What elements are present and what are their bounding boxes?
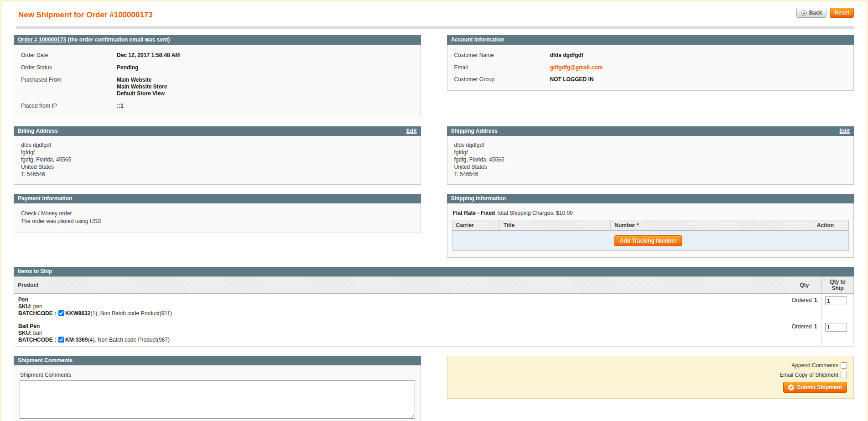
shipping-rate-detail: Total Shipping Charges: $10.00 — [495, 210, 573, 216]
back-arrow-icon: ◄ — [801, 10, 807, 16]
billing-edit-link[interactable]: Edit — [406, 128, 417, 134]
batchcode-checkbox[interactable] — [58, 337, 64, 343]
payment-info-header: Payment Information — [14, 194, 421, 203]
purchased-from-line: Main Website Store — [117, 83, 167, 90]
address-line: fgfdgf — [21, 149, 416, 156]
order-status-value: Pending — [117, 64, 138, 71]
shipping-edit-link[interactable]: Edit — [839, 128, 850, 134]
email-copy-row: Email Copy of Shipment — [780, 372, 847, 378]
tracking-col-carrier: Carrier — [452, 220, 499, 231]
payment-method: Check / Money order — [21, 210, 416, 218]
address-line: United States — [454, 163, 849, 171]
order-info-title: Order # 100000173 (the order confirmatio… — [18, 37, 170, 43]
address-line: fgfdgf — [454, 149, 849, 156]
customer-name-label: Customer Name — [454, 52, 550, 59]
tracking-table: Carrier Title Number * Action Add Tracki… — [452, 220, 849, 251]
shipment-comments-textarea[interactable] — [20, 380, 415, 419]
item-batchcode: BATCHCODE :KM-3369(4), Non Batch code Pr… — [18, 337, 783, 343]
batchcode-checkbox[interactable] — [58, 310, 64, 316]
order-number-link[interactable]: Order # 100000173 — [18, 36, 66, 43]
shipping-address-panel: Shipping Address Edit dfds dgdfgdf fgfdg… — [447, 126, 854, 185]
items-col-qty: Qty — [787, 277, 822, 294]
address-line: fgdfg, Florida, 45565 — [21, 156, 416, 163]
address-line: dfds dgdfgdf — [21, 141, 416, 149]
back-button-label: Back — [809, 10, 822, 16]
reset-button[interactable]: Reset — [830, 8, 854, 18]
content-area: New Shipment for Order #100000173 ◄ Back… — [2, 2, 866, 421]
placed-ip-label: Placed from IP — [21, 103, 117, 109]
customer-group-label: Customer Group — [454, 76, 550, 83]
item-qty-cell: Ordered1 — [787, 294, 822, 320]
shipping-info-panel: Shipping Information Flat Rate - Fixed T… — [447, 194, 854, 258]
address-line: dfds dgdfgdf — [454, 141, 849, 149]
shipment-comments-title: Shipment Comments — [18, 358, 73, 364]
submit-section: Append Comments Email Copy of Shipment ✔… — [447, 356, 854, 421]
customer-email-label: Email — [454, 64, 550, 71]
header-buttons: ◄ Back Reset — [796, 8, 854, 18]
customer-group-value: NOT LOGGED IN — [550, 76, 594, 83]
item-sku: SKU: pen — [18, 303, 783, 310]
tracking-title-cell — [499, 231, 610, 251]
payment-info-content: Check / Money order The order was placed… — [14, 203, 421, 233]
order-date-label: Order Date — [21, 52, 117, 59]
items-panel: Items to Ship Product Qty Qty to Ship Pe… — [14, 267, 854, 347]
qty-to-ship-input[interactable] — [825, 296, 847, 305]
purchased-from-line: Main Website — [117, 77, 167, 83]
shipping-info-title: Shipping Information — [451, 196, 506, 202]
placed-ip-value: ::1 — [117, 103, 124, 109]
qty-to-ship-input[interactable] — [825, 323, 847, 332]
ordered-label: Ordered — [792, 297, 812, 303]
ordered-qty: 1 — [814, 297, 817, 303]
billing-address-content: dfds dgdfgdf fgfdgf fgdfg, Florida, 4556… — [14, 136, 421, 185]
account-info-title: Account Information — [451, 37, 504, 43]
item-product-cell: Ball Pen SKU: ball BATCHCODE :KM-3369(4)… — [14, 320, 787, 347]
item-row: Pen SKU: pen BATCHCODE :KKW9632(1), Non … — [14, 294, 854, 320]
required-mark: * — [637, 222, 639, 229]
order-info-panel: Order # 100000173 (the order confirmatio… — [14, 35, 421, 117]
items-table: Product Qty Qty to Ship Pen SKU: pen BAT… — [14, 276, 854, 347]
item-row: Ball Pen SKU: ball BATCHCODE :KM-3369(4)… — [14, 320, 854, 347]
items-col-qty-to-ship: Qty to Ship — [822, 277, 854, 294]
address-line: T: 546546 — [454, 171, 849, 178]
email-copy-label: Email Copy of Shipment — [780, 372, 838, 378]
append-comments-row: Append Comments — [791, 362, 847, 369]
purchased-from-value: Main Website Main Website Store Default … — [117, 77, 167, 97]
ordered-label: Ordered — [792, 323, 812, 330]
append-comments-checkbox[interactable] — [841, 362, 847, 369]
submit-shipment-label: Submit Shipment — [797, 384, 842, 390]
address-line: United States — [21, 163, 416, 171]
submit-shipment-button[interactable]: ✔ Submit Shipment — [783, 382, 847, 393]
order-status-row: Order Status Pending — [21, 62, 416, 74]
payment-info-title: Payment Information — [18, 196, 72, 202]
append-comments-label: Append Comments — [791, 362, 838, 369]
shipment-comments-label: Shipment Comments — [20, 372, 415, 378]
shipping-rate-line: Flat Rate - Fixed Total Shipping Charges… — [453, 210, 849, 216]
shipping-info-content: Flat Rate - Fixed Total Shipping Charges… — [447, 203, 854, 258]
shipment-comments-content: Shipment Comments — [14, 365, 421, 421]
main-content: Order # 100000173 (the order confirmatio… — [2, 35, 866, 421]
billing-address-header: Billing Address Edit — [14, 126, 421, 136]
email-copy-checkbox[interactable] — [841, 372, 847, 378]
page-header: New Shipment for Order #100000173 ◄ Back… — [2, 2, 866, 22]
item-name: Ball Pen — [18, 323, 783, 330]
tracking-number-cell: Add Tracking Number — [611, 231, 813, 251]
customer-email-row: Email gdfgdfg@gmail.com — [454, 62, 849, 73]
submit-box: Append Comments Email Copy of Shipment ✔… — [447, 356, 854, 399]
placed-ip-row: Placed from IP ::1 — [21, 100, 416, 112]
address-line: fgdfg, Florida, 45565 — [454, 156, 849, 163]
account-info-panel: Account Information Customer Name dfds d… — [447, 35, 854, 117]
order-date-value: Dec 12, 2017 1:58:48 AM — [117, 52, 180, 59]
back-button[interactable]: ◄ Back — [796, 8, 827, 18]
shipment-comments-panel: Shipment Comments Shipment Comments — [14, 356, 421, 421]
account-info-header: Account Information — [447, 35, 854, 45]
order-header-note: (the order confirmation email was sent) — [66, 36, 170, 43]
tracking-col-number: Number * — [611, 220, 813, 231]
address-line: T: 546546 — [21, 171, 416, 178]
customer-email-link[interactable]: gdfgdfg@gmail.com — [550, 64, 603, 71]
payment-info-panel: Payment Information Check / Money order … — [14, 194, 421, 258]
shipping-address-header: Shipping Address Edit — [447, 126, 854, 136]
item-name: Pen — [18, 296, 783, 303]
add-tracking-number-button[interactable]: Add Tracking Number — [614, 235, 682, 246]
items-col-product: Product — [14, 277, 787, 294]
shipping-rate-name: Flat Rate - Fixed — [453, 210, 495, 216]
